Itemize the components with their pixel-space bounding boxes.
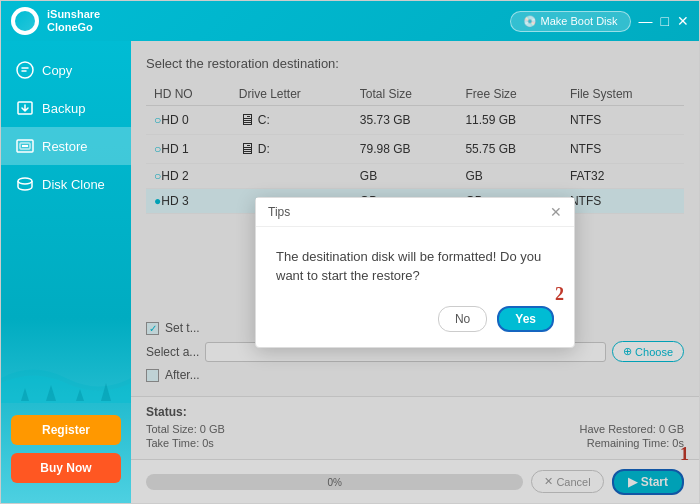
app-logo-inner bbox=[15, 11, 35, 31]
dialog-title-bar: Tips ✕ bbox=[256, 198, 574, 227]
diskclone-icon bbox=[16, 175, 34, 193]
svg-point-5 bbox=[18, 178, 32, 184]
title-bar: iSunshare CloneGo 💿 Make Boot Disk — □ ✕ bbox=[1, 1, 699, 41]
minimize-button[interactable]: — bbox=[639, 14, 653, 28]
dialog-close-button[interactable]: ✕ bbox=[550, 204, 562, 220]
sidebar-item-diskclone[interactable]: Disk Clone bbox=[1, 165, 131, 203]
backup-label: Backup bbox=[42, 101, 85, 116]
main-layout: Copy Backup bbox=[1, 41, 699, 503]
window-controls: — □ ✕ bbox=[639, 14, 689, 28]
app-title: iSunshare CloneGo bbox=[47, 8, 100, 34]
svg-point-0 bbox=[17, 62, 33, 78]
restore-icon bbox=[16, 137, 34, 155]
boot-disk-icon: 💿 bbox=[523, 15, 537, 28]
backup-icon bbox=[16, 99, 34, 117]
title-bar-right: 💿 Make Boot Disk — □ ✕ bbox=[510, 11, 690, 32]
copy-label: Copy bbox=[42, 63, 72, 78]
sidebar: Copy Backup bbox=[1, 41, 131, 503]
close-button[interactable]: ✕ bbox=[677, 14, 689, 28]
sidebar-item-backup[interactable]: Backup bbox=[1, 89, 131, 127]
register-button[interactable]: Register bbox=[11, 415, 121, 445]
app-logo bbox=[11, 7, 39, 35]
dialog-body: The desitination disk will be formatted!… bbox=[256, 227, 574, 296]
restore-label: Restore bbox=[42, 139, 88, 154]
sidebar-bottom: Register Buy Now bbox=[1, 405, 131, 493]
sidebar-item-restore[interactable]: Restore bbox=[1, 127, 131, 165]
sidebar-item-copy[interactable]: Copy bbox=[1, 51, 131, 89]
make-boot-disk-button[interactable]: 💿 Make Boot Disk bbox=[510, 11, 631, 32]
diskclone-label: Disk Clone bbox=[42, 177, 105, 192]
svg-rect-4 bbox=[22, 145, 28, 147]
copy-icon bbox=[16, 61, 34, 79]
dialog-no-button[interactable]: No bbox=[438, 306, 487, 332]
tips-dialog: Tips ✕ The desitination disk will be for… bbox=[255, 197, 575, 348]
app-window: iSunshare CloneGo 💿 Make Boot Disk — □ ✕ bbox=[0, 0, 700, 504]
maximize-button[interactable]: □ bbox=[661, 14, 669, 28]
dialog-title: Tips bbox=[268, 205, 290, 219]
content-wrapper: Select the restoration destination: HD N… bbox=[131, 41, 699, 503]
make-boot-disk-label: Make Boot Disk bbox=[541, 15, 618, 27]
buy-now-button[interactable]: Buy Now bbox=[11, 453, 121, 483]
badge-2: 2 bbox=[555, 284, 564, 305]
dialog-footer: No Yes 2 bbox=[256, 296, 574, 347]
title-bar-left: iSunshare CloneGo bbox=[11, 7, 100, 35]
dialog-overlay: Tips ✕ The desitination disk will be for… bbox=[131, 41, 699, 503]
dialog-yes-button[interactable]: Yes bbox=[497, 306, 554, 332]
dialog-message: The desitination disk will be formatted!… bbox=[276, 247, 554, 286]
